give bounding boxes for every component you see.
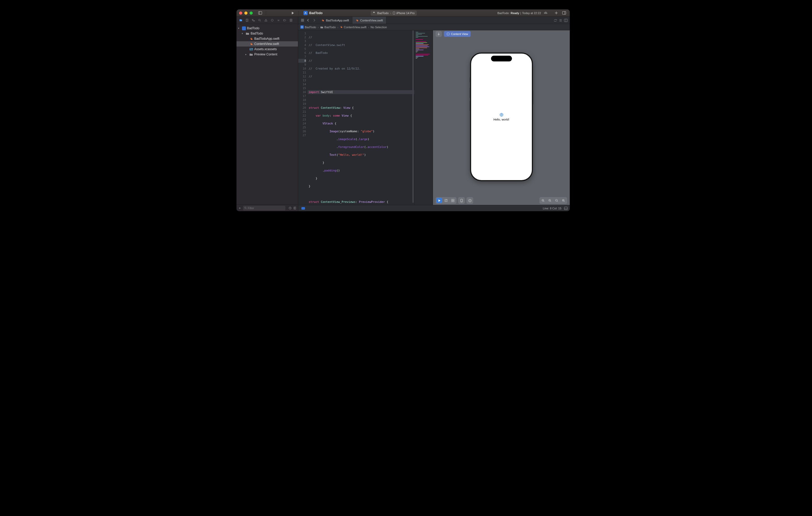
svg-rect-7 bbox=[254, 20, 255, 21]
tree-label: BadTodo bbox=[247, 26, 259, 30]
scheme-selector[interactable]: BadTodo › iPhone 14 Pro bbox=[371, 10, 417, 16]
related-items-button[interactable] bbox=[300, 19, 305, 22]
svg-rect-5 bbox=[246, 19, 248, 22]
debug-indicator[interactable] bbox=[301, 207, 305, 210]
zoom-in-button[interactable] bbox=[560, 198, 567, 203]
svg-rect-3 bbox=[562, 11, 566, 14]
vertical-scrollbar[interactable] bbox=[412, 30, 414, 203]
tree-label: ContentView.swift bbox=[254, 42, 279, 46]
selectable-preview-button[interactable] bbox=[443, 198, 449, 203]
close-window-button[interactable] bbox=[239, 11, 242, 14]
preview-bottombar bbox=[433, 196, 570, 205]
editor-tabstrip: BadTodoApp.swift ContentView.swift bbox=[298, 17, 570, 24]
project-tree: ▾ BadTodo ▾ BadTodo BadTodoApp.swift bbox=[236, 24, 298, 205]
tree-file-assets[interactable]: Assets.xcassets bbox=[236, 47, 298, 52]
jumpbar-seg[interactable]: No Selection bbox=[371, 26, 387, 29]
app-icon bbox=[303, 11, 308, 15]
tab-contentview-file[interactable]: ContentView.swift bbox=[352, 17, 386, 24]
svg-point-28 bbox=[461, 201, 462, 202]
add-editor-right-button[interactable] bbox=[564, 19, 568, 22]
find-navigator-tab[interactable] bbox=[257, 18, 262, 23]
history-forward-button[interactable] bbox=[311, 19, 317, 22]
svg-rect-13 bbox=[294, 207, 296, 209]
cursor-position: Line: 8 Col: 15 bbox=[543, 207, 561, 210]
history-back-button[interactable] bbox=[306, 19, 311, 22]
add-editor-button[interactable] bbox=[553, 10, 559, 16]
zoom-controls bbox=[540, 197, 567, 204]
device-settings-button[interactable] bbox=[458, 197, 465, 204]
toggle-navigator-button[interactable] bbox=[257, 10, 263, 16]
zoom-window-button[interactable] bbox=[250, 11, 253, 14]
filter-icon bbox=[244, 207, 247, 209]
swift-file-icon bbox=[321, 19, 324, 22]
swift-file-icon bbox=[249, 42, 253, 46]
test-navigator-tab[interactable] bbox=[269, 18, 275, 23]
device-frame: Hello, world! bbox=[470, 53, 532, 181]
editor-statusbar: Line: 8 Col: 15 bbox=[298, 205, 570, 211]
preview-mode-group bbox=[436, 197, 457, 204]
preview-topbar: Content View bbox=[433, 30, 570, 38]
source-control-navigator-tab[interactable] bbox=[244, 18, 250, 23]
zoom-fit-button[interactable] bbox=[554, 198, 559, 203]
toggle-inspector-button[interactable] bbox=[561, 10, 567, 16]
tree-group-preview-content[interactable]: ▸ Preview Content bbox=[236, 52, 298, 57]
preview-diagnostics-button[interactable] bbox=[466, 197, 473, 204]
disclosure-triangle-icon[interactable]: ▸ bbox=[245, 53, 248, 56]
preview-canvas[interactable]: Hello, world! bbox=[433, 38, 570, 196]
add-file-button[interactable]: ＋ bbox=[238, 206, 241, 210]
tree-project-root[interactable]: ▾ BadTodo bbox=[236, 26, 298, 31]
run-button[interactable] bbox=[290, 10, 296, 16]
editor-options-button[interactable] bbox=[559, 19, 562, 22]
live-preview-button[interactable] bbox=[436, 198, 442, 203]
tab-app-file[interactable]: BadTodoApp.swift bbox=[318, 17, 352, 24]
tab-label: ContentView.swift bbox=[360, 19, 383, 22]
jumpbar-seg[interactable]: ContentView.swift bbox=[344, 26, 367, 29]
disclosure-triangle-icon[interactable]: ▾ bbox=[238, 27, 241, 30]
tree-file-contentview[interactable]: ContentView.swift bbox=[236, 41, 298, 47]
globe-icon bbox=[499, 113, 503, 117]
navigator-filter-input[interactable] bbox=[243, 206, 285, 210]
issue-navigator-tab[interactable] bbox=[263, 18, 268, 23]
svg-rect-35 bbox=[564, 207, 568, 209]
zoom-out-button[interactable] bbox=[540, 198, 546, 203]
device-icon bbox=[393, 11, 395, 14]
variants-preview-button[interactable] bbox=[450, 198, 456, 203]
symbol-navigator-tab[interactable] bbox=[251, 18, 256, 23]
project-name-label: BadTodo bbox=[309, 11, 323, 15]
toggle-debug-area-button[interactable] bbox=[564, 207, 568, 210]
svg-rect-24 bbox=[453, 199, 454, 200]
svg-rect-16 bbox=[301, 20, 302, 22]
svg-point-8 bbox=[258, 19, 260, 21]
source-editor[interactable]: 1234567 8 910111213141516171819202122232… bbox=[298, 30, 433, 205]
minimap[interactable] bbox=[414, 30, 433, 205]
minimize-window-button[interactable] bbox=[244, 11, 248, 14]
tree-file-app[interactable]: BadTodoApp.swift bbox=[236, 36, 298, 41]
svg-rect-17 bbox=[303, 20, 304, 22]
jumpbar-seg[interactable]: BadTodo bbox=[324, 26, 336, 29]
breakpoint-navigator-tab[interactable] bbox=[282, 18, 287, 23]
jump-bar[interactable]: BadTodo › BadTodo › ContentView.swift › … bbox=[298, 24, 570, 30]
device-side-button bbox=[532, 90, 533, 104]
recent-filter-button[interactable] bbox=[289, 207, 292, 210]
status-time: Today at 22:22 bbox=[522, 11, 541, 14]
disclosure-triangle-icon[interactable]: ▾ bbox=[242, 32, 244, 35]
code-content[interactable]: // // ContentView.swift // BadTodo // //… bbox=[308, 30, 433, 205]
zoom-actual-button[interactable] bbox=[547, 198, 553, 203]
titlebar: BadTodo BadTodo › iPhone 14 Pro BadTodo:… bbox=[236, 9, 570, 17]
tree-group[interactable]: ▾ BadTodo bbox=[236, 31, 298, 36]
status-prefix: BadTodo: bbox=[497, 11, 509, 14]
device-side-button bbox=[470, 77, 471, 82]
scm-filter-button[interactable] bbox=[293, 207, 296, 210]
project-navigator-tab[interactable] bbox=[238, 18, 243, 23]
swift-file-icon bbox=[249, 37, 253, 40]
scheme-device-label: iPhone 14 Pro bbox=[396, 11, 415, 14]
editor-sync-button[interactable] bbox=[554, 19, 557, 22]
preview-selector[interactable]: Content View bbox=[444, 31, 471, 37]
debug-navigator-tab[interactable] bbox=[276, 18, 281, 23]
svg-point-33 bbox=[556, 200, 557, 201]
project-name[interactable]: BadTodo bbox=[301, 10, 325, 16]
tab-label: BadTodoApp.swift bbox=[326, 19, 349, 22]
report-navigator-tab[interactable] bbox=[288, 18, 293, 23]
pin-preview-button[interactable] bbox=[436, 31, 442, 37]
jumpbar-seg[interactable]: BadTodo bbox=[305, 26, 316, 29]
